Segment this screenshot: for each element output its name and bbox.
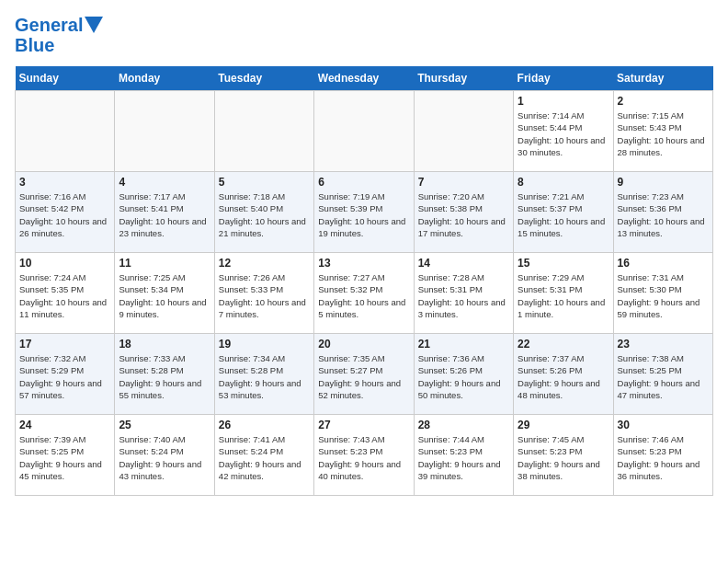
day-info: Sunrise: 7:46 AMSunset: 5:23 PMDaylight:…: [618, 433, 709, 482]
svg-marker-0: [85, 17, 103, 33]
day-number: 21: [418, 338, 509, 350]
day-number: 23: [618, 338, 709, 350]
weekday-header-tuesday: Tuesday: [214, 66, 313, 91]
day-info: Sunrise: 7:31 AMSunset: 5:30 PMDaylight:…: [618, 271, 709, 320]
day-number: 17: [19, 338, 110, 350]
day-info: Sunrise: 7:41 AMSunset: 5:24 PMDaylight:…: [219, 433, 310, 482]
day-info: Sunrise: 7:15 AMSunset: 5:43 PMDaylight:…: [618, 109, 709, 158]
logo-container: General Blue: [15, 15, 103, 55]
day-number: 24: [19, 419, 110, 431]
day-info: Sunrise: 7:17 AMSunset: 5:41 PMDaylight:…: [119, 190, 210, 239]
day-number: 6: [318, 176, 409, 189]
weekday-header-thursday: Thursday: [414, 66, 513, 91]
calendar-cell: [314, 91, 414, 172]
calendar-cell: 12Sunrise: 7:26 AMSunset: 5:33 PMDayligh…: [214, 253, 313, 334]
day-info: Sunrise: 7:40 AMSunset: 5:24 PMDaylight:…: [119, 433, 210, 482]
weekday-header-monday: Monday: [115, 66, 214, 91]
calendar-cell: [414, 91, 513, 172]
calendar-cell: 4Sunrise: 7:17 AMSunset: 5:41 PMDaylight…: [115, 172, 214, 253]
calendar-cell: 3Sunrise: 7:16 AMSunset: 5:42 PMDaylight…: [16, 172, 115, 253]
day-info: Sunrise: 7:18 AMSunset: 5:40 PMDaylight:…: [219, 190, 310, 239]
day-number: 3: [19, 176, 110, 189]
day-number: 29: [518, 419, 609, 431]
calendar-cell: [16, 91, 115, 172]
calendar-cell: 28Sunrise: 7:44 AMSunset: 5:23 PMDayligh…: [414, 415, 513, 496]
day-info: Sunrise: 7:36 AMSunset: 5:26 PMDaylight:…: [418, 352, 509, 401]
calendar-cell: 27Sunrise: 7:43 AMSunset: 5:23 PMDayligh…: [314, 415, 414, 496]
calendar-cell: 20Sunrise: 7:35 AMSunset: 5:27 PMDayligh…: [314, 334, 414, 415]
calendar-cell: 2Sunrise: 7:15 AMSunset: 5:43 PMDaylight…: [613, 91, 712, 172]
day-info: Sunrise: 7:39 AMSunset: 5:25 PMDaylight:…: [19, 433, 110, 482]
calendar-cell: 16Sunrise: 7:31 AMSunset: 5:30 PMDayligh…: [613, 253, 712, 334]
day-info: Sunrise: 7:27 AMSunset: 5:32 PMDaylight:…: [318, 271, 409, 320]
day-number: 22: [518, 338, 609, 350]
day-number: 7: [418, 176, 509, 189]
calendar-cell: 7Sunrise: 7:20 AMSunset: 5:38 PMDaylight…: [414, 172, 513, 253]
calendar-cell: 18Sunrise: 7:33 AMSunset: 5:28 PMDayligh…: [115, 334, 214, 415]
calendar-cell: 26Sunrise: 7:41 AMSunset: 5:24 PMDayligh…: [214, 415, 313, 496]
day-info: Sunrise: 7:14 AMSunset: 5:44 PMDaylight:…: [518, 109, 609, 158]
day-info: Sunrise: 7:44 AMSunset: 5:23 PMDaylight:…: [418, 433, 509, 482]
header: General Blue: [15, 15, 713, 55]
day-info: Sunrise: 7:43 AMSunset: 5:23 PMDaylight:…: [318, 433, 409, 482]
calendar-week-4: 17Sunrise: 7:32 AMSunset: 5:29 PMDayligh…: [16, 334, 713, 415]
calendar-cell: [115, 91, 214, 172]
day-number: 13: [318, 257, 409, 270]
calendar-cell: [214, 91, 313, 172]
day-info: Sunrise: 7:23 AMSunset: 5:36 PMDaylight:…: [618, 190, 709, 239]
calendar-week-1: 1Sunrise: 7:14 AMSunset: 5:44 PMDaylight…: [16, 91, 713, 172]
day-info: Sunrise: 7:34 AMSunset: 5:28 PMDaylight:…: [219, 352, 310, 401]
calendar-cell: 15Sunrise: 7:29 AMSunset: 5:31 PMDayligh…: [514, 253, 613, 334]
day-number: 20: [318, 338, 409, 350]
day-number: 25: [119, 419, 210, 431]
day-number: 19: [219, 338, 310, 350]
weekday-header-friday: Friday: [514, 66, 613, 91]
day-info: Sunrise: 7:35 AMSunset: 5:27 PMDaylight:…: [318, 352, 409, 401]
weekday-header-sunday: Sunday: [16, 66, 115, 91]
day-info: Sunrise: 7:32 AMSunset: 5:29 PMDaylight:…: [19, 352, 110, 401]
calendar-cell: 22Sunrise: 7:37 AMSunset: 5:26 PMDayligh…: [514, 334, 613, 415]
calendar-cell: 9Sunrise: 7:23 AMSunset: 5:36 PMDaylight…: [613, 172, 712, 253]
logo: General Blue: [15, 15, 103, 55]
day-number: 2: [618, 95, 709, 108]
day-info: Sunrise: 7:20 AMSunset: 5:38 PMDaylight:…: [418, 190, 509, 239]
day-info: Sunrise: 7:29 AMSunset: 5:31 PMDaylight:…: [518, 271, 609, 320]
day-number: 18: [119, 338, 210, 350]
day-info: Sunrise: 7:28 AMSunset: 5:31 PMDaylight:…: [418, 271, 509, 320]
day-info: Sunrise: 7:21 AMSunset: 5:37 PMDaylight:…: [518, 190, 609, 239]
day-number: 27: [318, 419, 409, 431]
calendar-week-5: 24Sunrise: 7:39 AMSunset: 5:25 PMDayligh…: [16, 415, 713, 496]
calendar-cell: 17Sunrise: 7:32 AMSunset: 5:29 PMDayligh…: [16, 334, 115, 415]
day-number: 12: [219, 257, 310, 270]
calendar-cell: 1Sunrise: 7:14 AMSunset: 5:44 PMDaylight…: [514, 91, 613, 172]
day-number: 16: [618, 257, 709, 270]
day-number: 1: [518, 95, 609, 108]
day-info: Sunrise: 7:37 AMSunset: 5:26 PMDaylight:…: [518, 352, 609, 401]
calendar-cell: 24Sunrise: 7:39 AMSunset: 5:25 PMDayligh…: [16, 415, 115, 496]
calendar-cell: 10Sunrise: 7:24 AMSunset: 5:35 PMDayligh…: [16, 253, 115, 334]
day-info: Sunrise: 7:16 AMSunset: 5:42 PMDaylight:…: [19, 190, 110, 239]
day-info: Sunrise: 7:25 AMSunset: 5:34 PMDaylight:…: [119, 271, 210, 320]
calendar-body: 1Sunrise: 7:14 AMSunset: 5:44 PMDaylight…: [16, 91, 713, 496]
logo-general: General: [15, 15, 83, 35]
day-number: 5: [219, 176, 310, 189]
day-number: 11: [119, 257, 210, 270]
day-info: Sunrise: 7:19 AMSunset: 5:39 PMDaylight:…: [318, 190, 409, 239]
day-number: 9: [618, 176, 709, 189]
calendar-cell: 29Sunrise: 7:45 AMSunset: 5:23 PMDayligh…: [514, 415, 613, 496]
calendar-cell: 6Sunrise: 7:19 AMSunset: 5:39 PMDaylight…: [314, 172, 414, 253]
weekday-header-saturday: Saturday: [613, 66, 712, 91]
calendar-table: SundayMondayTuesdayWednesdayThursdayFrid…: [15, 66, 713, 496]
day-info: Sunrise: 7:33 AMSunset: 5:28 PMDaylight:…: [119, 352, 210, 401]
day-number: 15: [518, 257, 609, 270]
calendar-cell: 5Sunrise: 7:18 AMSunset: 5:40 PMDaylight…: [214, 172, 313, 253]
day-info: Sunrise: 7:38 AMSunset: 5:25 PMDaylight:…: [618, 352, 709, 401]
day-info: Sunrise: 7:26 AMSunset: 5:33 PMDaylight:…: [219, 271, 310, 320]
calendar-cell: 19Sunrise: 7:34 AMSunset: 5:28 PMDayligh…: [214, 334, 313, 415]
calendar-week-2: 3Sunrise: 7:16 AMSunset: 5:42 PMDaylight…: [16, 172, 713, 253]
calendar-cell: 13Sunrise: 7:27 AMSunset: 5:32 PMDayligh…: [314, 253, 414, 334]
logo-chevron-icon: [85, 17, 103, 33]
weekday-header-wednesday: Wednesday: [314, 66, 414, 91]
day-number: 14: [418, 257, 509, 270]
day-number: 26: [219, 419, 310, 431]
